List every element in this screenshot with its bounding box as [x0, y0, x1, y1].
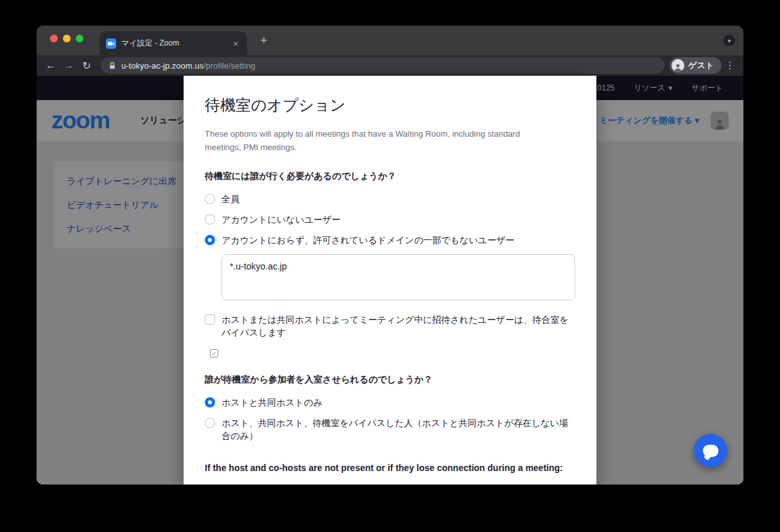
chat-bubble-icon: [703, 445, 718, 457]
radio-icon[interactable]: [205, 418, 215, 428]
tab-search-icon[interactable]: ▾: [724, 35, 735, 46]
checkbox-bypass-waiting-room[interactable]: ホストまたは共同ホストによってミーティング中に招待されたユーザーは、待合室をバイ…: [205, 309, 575, 343]
browser-toolbar: ← → ↻ u-tokyo-ac-jp.zoom.us/profile/sett…: [37, 55, 743, 76]
reload-icon[interactable]: ↻: [78, 56, 96, 74]
support-chat-button[interactable]: [694, 434, 727, 467]
url-path: /profile/setting: [204, 61, 256, 71]
radio-selected-icon[interactable]: [205, 235, 215, 245]
question-who-goes-to-waiting-room: 待機室には誰が行く必要があるのでしょうか？: [205, 171, 575, 182]
dialog-title: 待機室のオプション: [205, 95, 575, 116]
browser-window: マイ設定 - Zoom × + ▾ ← → ↻ u-tokyo-ac-jp.zo…: [37, 26, 743, 485]
stray-checkbox-icon: ✓: [210, 349, 218, 357]
traffic-lights: [50, 35, 83, 42]
url-host: u-tokyo-ac-jp.zoom.us: [121, 61, 204, 71]
radio-option-host-cohosts-bypassers[interactable]: ホスト、共同ホスト、待機室をバイパスした人（ホストと共同ホストが存在しない場合の…: [205, 413, 575, 446]
tab-close-icon[interactable]: ×: [230, 39, 241, 49]
browser-menu-icon[interactable]: ⋮: [722, 60, 738, 71]
radio-option-users-not-in-account[interactable]: アカウントにいないユーザー: [205, 209, 575, 230]
new-tab-button[interactable]: +: [256, 33, 272, 49]
back-icon[interactable]: ←: [42, 56, 60, 74]
radio-option-host-cohosts-only[interactable]: ホストと共同ホストのみ: [205, 392, 575, 413]
lock-icon: [108, 62, 116, 70]
radio-option-users-not-in-account-or-domain[interactable]: アカウントにおらず、許可されているドメインの一部でもないユーザー: [205, 230, 575, 250]
radio-selected-icon[interactable]: [205, 397, 215, 408]
radio-option-everyone[interactable]: 全員: [205, 189, 575, 209]
checkbox-icon[interactable]: [205, 314, 215, 325]
close-window-button[interactable]: [50, 35, 58, 42]
guest-label: ゲスト: [688, 60, 714, 71]
profile-button[interactable]: ゲスト: [670, 57, 722, 74]
waiting-room-options-dialog: 待機室のオプション These options will apply to al…: [184, 76, 596, 485]
minimize-window-button[interactable]: [63, 35, 71, 42]
zoom-window-button[interactable]: [76, 35, 83, 42]
question-host-not-present: If the host and co-hosts are not present…: [205, 463, 575, 473]
forward-icon[interactable]: →: [60, 56, 78, 74]
zoom-favicon-icon: [106, 39, 116, 49]
browser-titlebar: マイ設定 - Zoom × + ▾: [37, 26, 743, 55]
profile-avatar-icon: [672, 59, 684, 72]
tab-title: マイ設定 - Zoom: [121, 38, 225, 49]
dialog-description: These options will apply to all meetings…: [205, 127, 551, 154]
allowed-domains-input[interactable]: *.u-tokyo.ac.jp: [221, 254, 575, 300]
checkbox-move-participants[interactable]: Move participants to the waiting room if…: [205, 479, 575, 485]
url-text: u-tokyo-ac-jp.zoom.us/profile/setting: [121, 61, 256, 71]
browser-tab[interactable]: マイ設定 - Zoom ×: [100, 31, 247, 55]
radio-icon[interactable]: [205, 194, 215, 204]
question-who-can-admit: 誰が待機室から参加者を入室させられるのでしょうか？: [205, 374, 575, 386]
radio-icon[interactable]: [205, 214, 215, 225]
address-bar[interactable]: u-tokyo-ac-jp.zoom.us/profile/setting: [101, 57, 664, 74]
